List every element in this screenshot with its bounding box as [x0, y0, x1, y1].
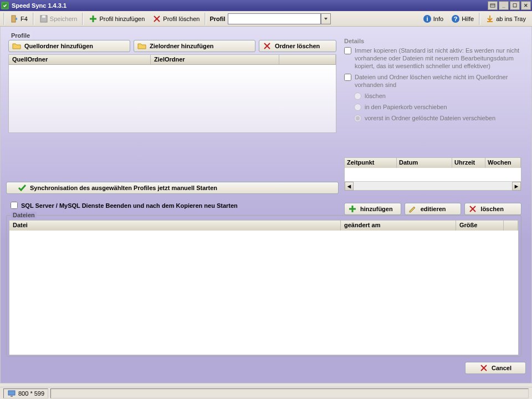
- main-toolbar: F4 Speichern Profil hinzufügen Profil lö…: [0, 11, 532, 27]
- delete-profile-label: Profil löschen: [163, 16, 200, 22]
- window-title: Speed Sync 1.4.3.1: [12, 2, 488, 9]
- minimize-button[interactable]: _: [499, 1, 509, 10]
- column-groesse[interactable]: Größe: [456, 221, 504, 231]
- cancel-button[interactable]: Cancel: [465, 362, 526, 374]
- column-uhrzeit[interactable]: Uhrzeit: [452, 158, 485, 168]
- delete-profile-button[interactable]: Profil löschen: [149, 13, 203, 25]
- sql-restart-checkbox[interactable]: [11, 202, 18, 209]
- profile-folder-table[interactable]: QuellOrdner ZielOrdner: [8, 54, 336, 133]
- add-profile-label: Profil hinzufügen: [99, 16, 145, 22]
- folder-add-icon: [12, 42, 21, 50]
- info-button[interactable]: i Info: [419, 13, 447, 25]
- files-group-label: Dateien: [11, 212, 37, 218]
- scroll-left-icon[interactable]: ◄: [345, 182, 354, 191]
- files-table[interactable]: Datei geändert am Größe: [9, 220, 519, 355]
- sync-now-button[interactable]: Synchronisation des ausgewählten Profile…: [6, 182, 339, 194]
- profile-group-label: Profile: [9, 32, 32, 39]
- details-title: Details: [344, 38, 521, 44]
- help-label: Hilfe: [462, 16, 474, 22]
- profile-table-body[interactable]: [9, 65, 336, 132]
- folder-add-icon: [137, 42, 146, 50]
- aux-button[interactable]: [488, 1, 498, 10]
- statusbar: 800 * 599: [0, 387, 532, 399]
- column-datei[interactable]: Datei: [9, 221, 341, 231]
- f4-label: F4: [21, 16, 28, 22]
- always-copy-label: Immer kopieren (Standard ist nicht aktiv…: [355, 47, 521, 70]
- schedule-add-button[interactable]: hinzufügen: [344, 203, 401, 215]
- svg-rect-12: [8, 391, 15, 395]
- delete-missing-label: Dateien und Ordner löschen welche nicht …: [355, 73, 521, 89]
- svg-text:?: ?: [454, 16, 458, 22]
- x-red-icon: [152, 14, 161, 23]
- save-label: Speichern: [50, 16, 78, 22]
- monitor-icon: [7, 389, 16, 398]
- opt-delete-label: löschen: [365, 92, 386, 100]
- profile-group: Profile Quellordner hinzufügen Zielordne…: [6, 29, 339, 173]
- plus-green-icon: [348, 204, 357, 213]
- column-spacer: [279, 55, 336, 64]
- add-profile-button[interactable]: Profil hinzufügen: [85, 13, 149, 25]
- tray-label: ab ins Tray: [496, 16, 526, 22]
- save-button[interactable]: Speichern: [35, 13, 81, 25]
- x-red-icon: [468, 204, 477, 213]
- help-button[interactable]: ? Hilfe: [447, 13, 478, 25]
- opt-move-label: vorerst in Ordner gelöschte Dateien vers…: [365, 114, 495, 122]
- help-icon: ?: [451, 14, 460, 23]
- info-icon: i: [423, 14, 432, 23]
- svg-text:i: i: [426, 16, 428, 22]
- column-target[interactable]: ZielOrdner: [151, 55, 279, 64]
- edit-icon: [408, 204, 417, 213]
- f4-button[interactable]: F4: [6, 13, 32, 25]
- profile-combo-dropdown[interactable]: [321, 13, 331, 24]
- info-label: Info: [433, 16, 443, 22]
- schedule-edit-button[interactable]: editieren: [405, 203, 462, 215]
- column-zeitpunkt[interactable]: Zeitpunkt: [345, 158, 397, 168]
- maximize-button[interactable]: ☐: [510, 1, 520, 10]
- svg-rect-11: [487, 21, 493, 22]
- details-panel: Details Immer kopieren (Standard ist nic…: [344, 38, 521, 125]
- check-green-icon: [18, 183, 27, 192]
- opt-recycle-radio[interactable]: [354, 104, 361, 111]
- horizontal-scrollbar[interactable]: ◄ ►: [345, 181, 521, 190]
- profile-combo-input[interactable]: [228, 13, 321, 24]
- titlebar: Speed Sync 1.4.3.1 _ ☐ ✕: [0, 0, 532, 11]
- svg-rect-4: [16, 18, 17, 20]
- plus-green-icon: [89, 14, 98, 23]
- files-group: Dateien Datei geändert am Größe: [6, 215, 521, 357]
- opt-recycle-label: in den Papierkorb verschieben: [365, 103, 447, 111]
- scroll-right-icon[interactable]: ►: [512, 182, 521, 191]
- svg-rect-6: [42, 16, 45, 18]
- add-target-folder-button[interactable]: Zielordner hinzufügen: [134, 40, 255, 52]
- app-icon: [1, 2, 9, 9]
- sql-restart-label: SQL Server / MySQL Dienste Beenden und n…: [21, 202, 238, 209]
- delete-folder-button[interactable]: Ordner löschen: [259, 40, 336, 52]
- floppy-icon: [39, 14, 48, 23]
- schedule-delete-button[interactable]: löschen: [464, 203, 521, 215]
- column-source[interactable]: QuellOrdner: [9, 55, 151, 64]
- column-wochen[interactable]: Wochen: [485, 158, 521, 168]
- down-arrow-icon: [485, 14, 494, 23]
- column-datum[interactable]: Datum: [397, 158, 452, 168]
- svg-rect-3: [12, 16, 16, 22]
- svg-rect-13: [11, 396, 13, 397]
- opt-delete-radio[interactable]: [354, 93, 361, 100]
- always-copy-checkbox[interactable]: [344, 47, 351, 54]
- column-geaendert[interactable]: geändert am: [341, 221, 456, 231]
- files-table-body[interactable]: [9, 231, 518, 355]
- door-icon: [10, 14, 19, 23]
- schedule-table[interactable]: Zeitpunkt Datum Uhrzeit Wochen ◄ ►: [344, 157, 521, 191]
- svg-rect-1: [490, 4, 495, 7]
- profile-combo-label: Profil: [209, 16, 225, 22]
- opt-move-radio[interactable]: [354, 115, 361, 122]
- x-red-icon: [479, 364, 488, 372]
- tray-button[interactable]: ab ins Tray: [482, 13, 530, 25]
- delete-missing-checkbox[interactable]: [344, 74, 351, 81]
- close-button[interactable]: ✕: [521, 1, 531, 10]
- add-source-folder-button[interactable]: Quellordner hinzufügen: [8, 40, 130, 52]
- status-dimensions: 800 * 599: [3, 388, 48, 398]
- x-red-icon: [263, 42, 272, 50]
